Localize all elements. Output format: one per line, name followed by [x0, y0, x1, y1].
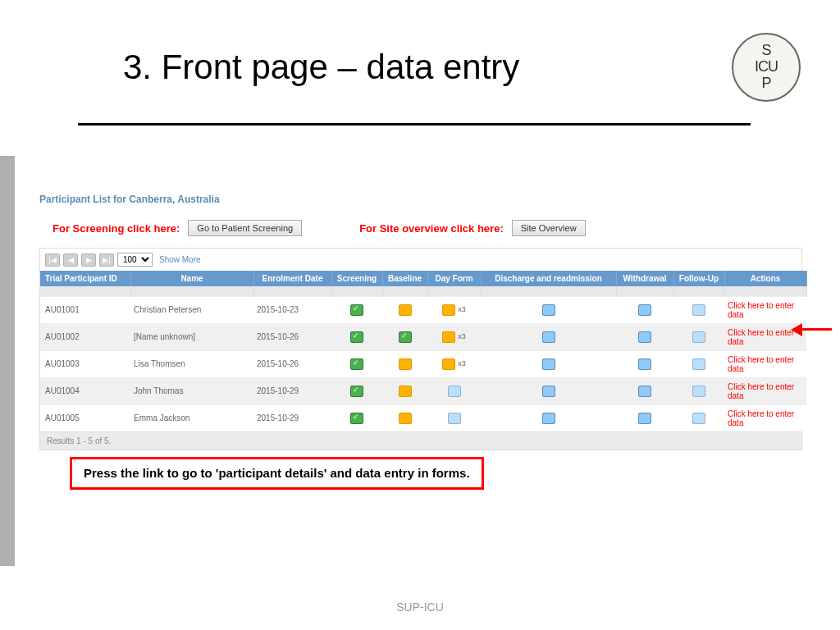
col-enrol[interactable]: Enrolment Date	[253, 271, 331, 286]
cell-dayform	[427, 377, 481, 404]
status-blue2-icon	[692, 358, 705, 370]
col-dayform[interactable]: Day Form	[427, 271, 481, 286]
cell-discharge	[481, 377, 616, 404]
status-blue-icon	[542, 358, 555, 370]
enter-data-link[interactable]: Click here to enter data	[728, 409, 794, 427]
status-yellow-icon	[442, 304, 455, 316]
status-yellow-icon	[399, 386, 412, 397]
title-underline	[78, 123, 751, 126]
cell-withdrawal	[616, 377, 673, 404]
status-blue-icon	[638, 331, 651, 343]
col-screening[interactable]: Screening	[331, 271, 382, 286]
callout-text: Press the link to go to 'participant det…	[84, 466, 470, 480]
last-page-icon[interactable]: ▶|	[99, 253, 114, 267]
instruction-callout: Press the link to go to 'participant det…	[70, 457, 484, 490]
pager: |◀ ◀ ▶ ▶| 100 Show More	[40, 249, 801, 271]
cell-baseline	[382, 350, 427, 377]
status-green-icon	[350, 386, 363, 397]
filter-row	[40, 286, 806, 296]
first-page-icon[interactable]: |◀	[45, 253, 60, 267]
col-name[interactable]: Name	[130, 271, 253, 286]
page-size-select[interactable]: 100	[117, 253, 153, 267]
status-yellow-icon	[399, 358, 412, 370]
cell-discharge	[481, 350, 616, 377]
status-blue2-icon	[692, 304, 705, 316]
cell-followup	[673, 404, 724, 431]
cell-screening	[331, 296, 382, 323]
col-discharge[interactable]: Discharge and readmission	[481, 271, 616, 286]
col-baseline[interactable]: Baseline	[382, 271, 427, 286]
status-blue2-icon	[692, 331, 705, 343]
cell-name: [Name unknown]	[130, 323, 253, 350]
participant-table-container: |◀ ◀ ▶ ▶| 100 Show More Trial Participan…	[39, 248, 802, 450]
cell-date: 2015-10-29	[253, 377, 331, 404]
screening-label: For Screening click here:	[52, 222, 180, 235]
cell-name: Lisa Thomsen	[130, 350, 253, 377]
col-id[interactable]: Trial Participant ID	[40, 271, 130, 286]
status-blue-icon	[542, 386, 555, 397]
slide-footer: SUP-ICU	[0, 600, 840, 614]
day-count: x3	[458, 305, 466, 313]
cell-id: AU01003	[40, 350, 130, 377]
cell-discharge	[481, 404, 616, 431]
status-blue2-icon	[448, 386, 461, 397]
table-row: AU01003Lisa Thomsen2015-10-26x3Click her…	[40, 350, 806, 377]
status-blue-icon	[542, 331, 555, 343]
show-more-link[interactable]: Show More	[159, 255, 201, 264]
cell-screening	[331, 350, 382, 377]
embedded-screenshot: Participant List for Canberra, Australia…	[39, 194, 802, 450]
status-blue-icon	[638, 386, 651, 397]
status-green-icon	[350, 413, 363, 424]
next-page-icon[interactable]: ▶	[81, 253, 96, 267]
status-green-icon	[399, 331, 412, 343]
enter-data-link[interactable]: Click here to enter data	[728, 328, 794, 346]
cell-screening	[331, 404, 382, 431]
slide-side-bar	[0, 156, 15, 566]
cell-name: Christian Petersen	[130, 296, 253, 323]
status-blue-icon	[638, 304, 651, 316]
participant-list-title: Participant List for Canberra, Australia	[39, 194, 802, 205]
cell-id: AU01002	[40, 323, 130, 350]
cell-baseline	[382, 377, 427, 404]
go-to-screening-button[interactable]: Go to Patient Screening	[188, 220, 302, 236]
status-green-icon	[350, 304, 363, 316]
enter-data-link[interactable]: Click here to enter data	[728, 355, 794, 373]
logo-letters: SICUP	[755, 43, 778, 91]
status-yellow-icon	[442, 331, 455, 343]
cell-followup	[673, 350, 724, 377]
cell-baseline	[382, 296, 427, 323]
cell-name: John Thomas	[130, 377, 253, 404]
table-row: AU01001Christian Petersen2015-10-23x3Cli…	[40, 296, 806, 323]
slide-title: 3. Front page – data entry	[123, 48, 519, 87]
table-header-row: Trial Participant ID Name Enrolment Date…	[40, 271, 806, 286]
prev-page-icon[interactable]: ◀	[63, 253, 78, 267]
slide-title-row: 3. Front page – data entry	[123, 48, 763, 87]
cell-date: 2015-10-26	[253, 323, 331, 350]
cell-dayform: x3	[427, 323, 481, 350]
status-blue-icon	[638, 358, 651, 370]
cell-id: AU01004	[40, 377, 130, 404]
cell-dayform: x3	[427, 296, 481, 323]
red-arrow-annotation	[791, 322, 832, 336]
site-overview-button[interactable]: Site Overview	[512, 220, 586, 236]
cell-baseline	[382, 323, 427, 350]
participant-table: Trial Participant ID Name Enrolment Date…	[40, 271, 807, 431]
col-followup[interactable]: Follow-Up	[673, 271, 724, 286]
cell-id: AU01001	[40, 296, 130, 323]
cell-withdrawal	[616, 323, 673, 350]
day-count: x3	[458, 332, 466, 340]
cell-action: Click here to enter data	[724, 296, 806, 323]
supicu-logo: SICUP	[732, 33, 801, 102]
status-yellow-icon	[399, 413, 412, 424]
col-actions[interactable]: Actions	[724, 271, 806, 286]
status-green-icon	[350, 358, 363, 370]
status-blue-icon	[542, 413, 555, 424]
enter-data-link[interactable]: Click here to enter data	[728, 301, 794, 319]
cell-dayform	[427, 404, 481, 431]
enter-data-link[interactable]: Click here to enter data	[728, 382, 794, 400]
col-withdrawal[interactable]: Withdrawal	[616, 271, 673, 286]
table-row: AU01002[Name unknown]2015-10-26x3Click h…	[40, 323, 806, 350]
cell-date: 2015-10-29	[253, 404, 331, 431]
cell-withdrawal	[616, 296, 673, 323]
table-row: AU01004John Thomas2015-10-29Click here t…	[40, 377, 806, 404]
